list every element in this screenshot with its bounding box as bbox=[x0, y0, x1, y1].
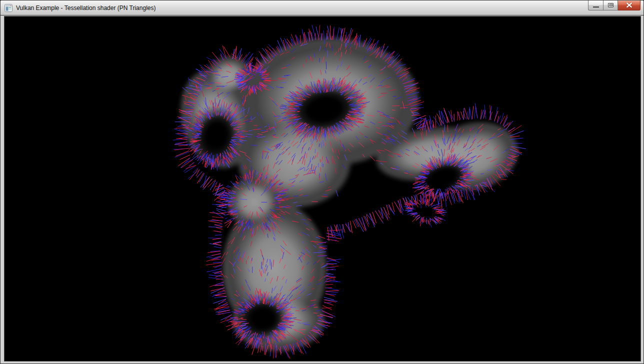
minimize-button[interactable] bbox=[588, 0, 603, 10]
tessellation-model bbox=[4, 16, 640, 361]
window-title: Vulkan Example - Tessellation shader (PN… bbox=[16, 4, 156, 12]
caption-buttons bbox=[588, 0, 640, 10]
render-viewport[interactable] bbox=[4, 16, 641, 362]
maximize-icon bbox=[608, 3, 614, 8]
application-icon[interactable] bbox=[4, 4, 12, 12]
maximize-button[interactable] bbox=[603, 0, 618, 10]
close-icon bbox=[626, 2, 632, 8]
app-window: Vulkan Example - Tessellation shader (PN… bbox=[0, 0, 644, 364]
minimize-icon bbox=[593, 6, 599, 8]
titlebar[interactable]: Vulkan Example - Tessellation shader (PN… bbox=[0, 0, 644, 16]
application-icon-image bbox=[4, 4, 12, 12]
close-button[interactable] bbox=[618, 0, 640, 10]
